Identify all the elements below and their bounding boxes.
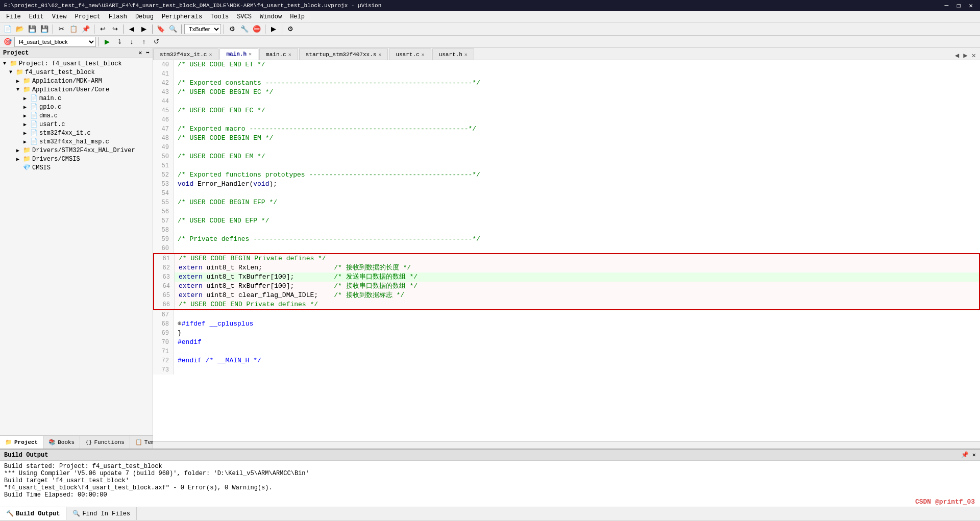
tab-close-icon[interactable]: ✕ [288, 52, 291, 58]
close-button[interactable]: ✕ [966, 2, 976, 10]
bottom-tab-find-files[interactable]: 🔍 Find In Files [66, 507, 137, 520]
menu-view[interactable]: View [48, 12, 71, 21]
tab-scroll-right-btn[interactable]: ▶ [961, 51, 969, 60]
menu-flash[interactable]: Flash [105, 12, 131, 21]
tab-close-icon[interactable]: ✕ [209, 52, 212, 58]
step-over-btn[interactable]: ⤵ [114, 36, 125, 47]
cut-btn[interactable]: ✂ [56, 23, 67, 35]
paste-btn[interactable]: 📌 [80, 23, 91, 35]
bottom-tab-build-output[interactable]: 🔨 Build Output [0, 507, 66, 520]
step-out-btn[interactable]: ↑ [138, 36, 150, 47]
tab-usart-c[interactable]: usart.c ✕ [389, 48, 431, 60]
tab-label: stm32f4xx_it.c [160, 52, 207, 58]
code-line-54: 54 [153, 189, 980, 198]
save-btn[interactable]: 💾 [27, 23, 38, 35]
expand-icon: ▶ [21, 104, 29, 110]
horizontal-scrollbar[interactable] [153, 441, 980, 449]
code-line-66: 66 /* USER CODE END Private defines */ [154, 300, 979, 309]
tab-scroll-left-btn[interactable]: ◀ [953, 51, 961, 60]
code-line-43: 43 /* USER CODE BEGIN EC */ [153, 88, 980, 97]
save-all-btn[interactable]: 💾 [39, 23, 50, 35]
code-line-73: 73 [153, 365, 980, 375]
tree-icon: 📁 [23, 155, 31, 163]
tab-close-icon[interactable]: ✕ [249, 51, 252, 57]
find-btn[interactable]: 🔍 [167, 23, 179, 35]
tree-mdk-arm[interactable]: ▶ 📁 Application/MDK-ARM [0, 77, 153, 85]
tab-usart-h[interactable]: usart.h ✕ [432, 48, 474, 60]
tree-stm32-it[interactable]: ▶ 📄 stm32f4xx_it.c [0, 129, 153, 137]
tree-drivers-cmsis[interactable]: ▶ 📁 Drivers/CMSIS [0, 155, 153, 163]
expand-icon: ▶ [21, 121, 29, 128]
open-btn[interactable]: 📂 [14, 23, 26, 35]
tree-drivers-hal[interactable]: ▶ 📁 Drivers/STM32F4xx_HAL_Driver [0, 146, 153, 155]
redo-btn[interactable]: ↪ [109, 23, 120, 35]
tree-main-c[interactable]: ▶ 📄 main.c [0, 94, 153, 103]
code-line-64: 64 extern uint8_t RxBuffer[100]; /* 接收串口… [154, 282, 979, 291]
target-dropdown[interactable]: TxBuffer [184, 24, 221, 34]
tree-icon: 📄 [30, 94, 38, 102]
tab-close-icon[interactable]: ✕ [422, 52, 425, 58]
undo-btn[interactable]: ↩ [97, 23, 108, 35]
build-line-5: Build Time Elapsed: 00:00:00 [4, 491, 976, 499]
tab-close-icon[interactable]: ✕ [378, 52, 381, 58]
tab-close-all-btn[interactable]: ✕ [970, 51, 978, 60]
tree-project-root[interactable]: ▼ 📁 Project: f4_usart_test_block [0, 59, 153, 68]
menu-peripherals[interactable]: Peripherals [158, 12, 206, 21]
tab-project[interactable]: 📁 Project [0, 436, 43, 449]
copy-btn[interactable]: 📋 [68, 23, 79, 35]
bookmark-btn[interactable]: 🔖 [155, 23, 166, 35]
code-line-59: 59 /* Private defines ------------------… [153, 235, 980, 244]
tab-startup[interactable]: startup_stm32f407xx.s ✕ [299, 48, 388, 60]
tree-label: CMSIS [32, 164, 51, 171]
menu-svcs[interactable]: SVCS [233, 12, 256, 21]
books-tab-icon: 📚 [48, 439, 56, 445]
project-panel-close[interactable]: ✕ ⬌ [138, 49, 150, 57]
tree-target[interactable]: ▼ 📁 f4_usart_test_block [0, 68, 153, 77]
tree-dma-c[interactable]: ▶ 📄 dma.c [0, 111, 153, 120]
tab-close-icon[interactable]: ✕ [464, 52, 468, 58]
tab-main-h[interactable]: main.h ✕ [219, 48, 258, 60]
csdn-watermark: CSDN @printf_03 [915, 498, 975, 506]
menu-tools[interactable]: Tools [206, 12, 233, 21]
tab-books[interactable]: 📚 Books [43, 436, 80, 449]
editor-content[interactable]: 40 /* USER CODE END ET */ 41 42 /* Expor… [153, 60, 980, 441]
find-tab-icon: 🔍 [72, 510, 80, 517]
tab-stm32-it[interactable]: stm32f4xx_it.c ✕ [153, 48, 218, 60]
tab-main-c[interactable]: main.c ✕ [259, 48, 298, 60]
menu-edit[interactable]: Edit [25, 12, 48, 21]
tree-gpio-c[interactable]: ▶ 📄 gpio.c [0, 103, 153, 111]
nav-fwd-btn[interactable]: ▶ [138, 23, 150, 35]
tree-label: Project: f4_usart_test_block [19, 60, 122, 67]
debug-start-btn[interactable]: ▶ [268, 23, 279, 35]
rebuild-btn[interactable]: 🔧 [239, 23, 250, 35]
find-tab-label: Find In Files [82, 510, 130, 517]
proj-target-btn[interactable]: 🎯 [2, 36, 13, 47]
new-file-btn[interactable]: 📄 [2, 23, 13, 35]
tree-usart-c[interactable]: ▶ 📄 usart.c [0, 120, 153, 129]
tree-label: stm32f4xx_it.c [39, 130, 91, 137]
tree-icon: 📄 [30, 138, 38, 145]
menu-project[interactable]: Project [70, 12, 104, 21]
menu-file[interactable]: File [2, 12, 25, 21]
code-line-68: 68 ⊕#ifdef __cplusplus [153, 319, 980, 329]
settings-btn[interactable]: ⚙ [285, 23, 296, 35]
tree-stm32-hal-msp[interactable]: ▶ 📄 stm32f4xx_hal_msp.c [0, 137, 153, 146]
tree-cmsis[interactable]: 💎 CMSIS [0, 163, 153, 172]
build-output-pin[interactable]: 📌 ✕ [961, 451, 976, 459]
code-line-40: 40 /* USER CODE END ET */ [153, 60, 980, 69]
restore-button[interactable]: ❐ [953, 2, 964, 10]
tree-icon: 📁 [16, 68, 23, 76]
step-into-btn[interactable]: ↓ [126, 36, 137, 47]
build-btn[interactable]: ⚙ [227, 23, 238, 35]
stop-btn[interactable]: ⛔ [251, 23, 262, 35]
target-select[interactable]: f4_usart_test_block [14, 37, 96, 47]
menu-debug[interactable]: Debug [131, 12, 158, 21]
reset-btn[interactable]: ↺ [151, 36, 162, 47]
run-btn[interactable]: ▶ [102, 36, 113, 47]
tree-user-core[interactable]: ▼ 📁 Application/User/Core [0, 85, 153, 94]
nav-back-btn[interactable]: ◀ [126, 23, 137, 35]
menu-help[interactable]: Help [286, 12, 309, 21]
minimize-button[interactable]: — [942, 2, 952, 10]
tab-functions[interactable]: {} Functions [80, 436, 130, 449]
menu-window[interactable]: Window [256, 12, 286, 21]
